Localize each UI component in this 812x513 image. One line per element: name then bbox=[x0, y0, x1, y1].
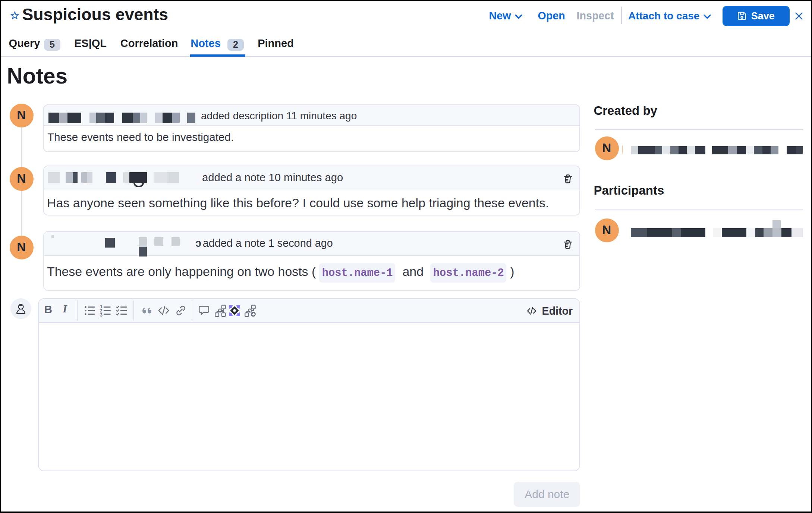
svg-text:3: 3 bbox=[100, 312, 102, 317]
